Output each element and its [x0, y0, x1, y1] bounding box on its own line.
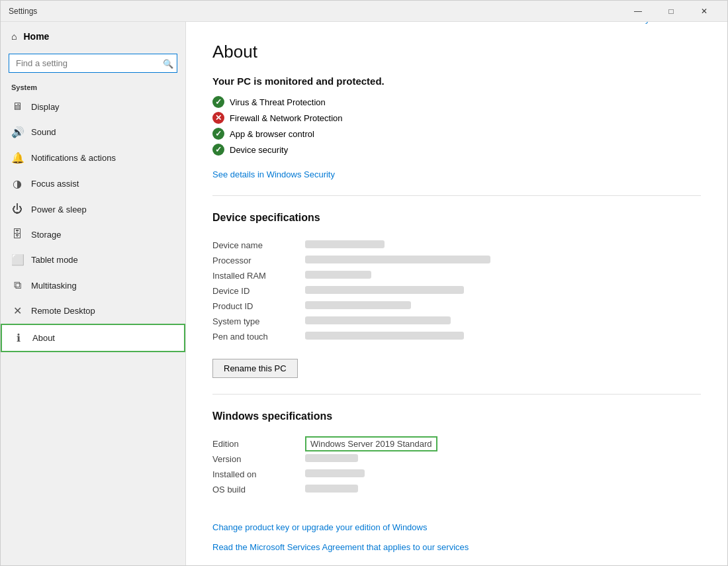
titlebar: Settings — □ ✕ [1, 1, 727, 22]
table-row: OS build [212, 482, 701, 497]
sidebar-item-focus-label: Focus assist [31, 179, 79, 189]
spec-value [305, 314, 701, 329]
sidebar-item-about[interactable]: ℹ About [1, 324, 185, 352]
about-icon: ℹ [13, 332, 24, 344]
table-row: Installed on [212, 467, 701, 482]
edition-value: Windows Server 2019 Standard [305, 436, 437, 451]
spec-value [305, 283, 701, 299]
device-status-icon: ✓ [212, 144, 224, 156]
sidebar-item-power-label: Power & sleep [31, 205, 87, 214]
search-input[interactable] [9, 54, 177, 73]
sidebar: ⌂ Home 🔍 System 🖥 Display 🔊 Sound 🔔 Noti… [1, 22, 186, 565]
remote-icon: ✕ [11, 305, 23, 317]
sidebar-item-sound-label: Sound [31, 127, 56, 137]
app-label: App & browser control [230, 129, 314, 139]
device-spec-table: Device name Processor Installed RAM Devi… [212, 238, 701, 344]
sidebar-item-notifications-label: Notifications & actions [31, 153, 116, 163]
spec-value [305, 451, 701, 467]
spec-value [305, 482, 701, 497]
display-icon: 🖥 [11, 101, 23, 113]
sidebar-item-notifications[interactable]: 🔔 Notifications & actions [1, 145, 185, 171]
protection-item-device: ✓ Device security [212, 144, 701, 156]
spec-label: Version [212, 451, 305, 467]
spec-label: Device name [212, 238, 305, 253]
spec-label: Installed RAM [212, 268, 305, 283]
home-icon: ⌂ [11, 31, 17, 42]
table-row: Installed RAM [212, 268, 701, 283]
protection-item-app: ✓ App & browser control [212, 128, 701, 140]
search-icon-button[interactable]: 🔍 [163, 58, 173, 68]
table-row: Pen and touch [212, 329, 701, 344]
sidebar-item-remote[interactable]: ✕ Remote Desktop [1, 298, 185, 324]
system-info-link[interactable]: System info [639, 22, 684, 24]
spec-label: Pen and touch [212, 329, 305, 344]
firewall-status-icon: ✕ [212, 112, 224, 124]
spec-label: OS build [212, 482, 305, 497]
protection-item-virus: ✓ Virus & Threat Protection [212, 96, 701, 108]
change-key-link[interactable]: Change product key or upgrade your editi… [212, 522, 427, 532]
spec-label: Device ID [212, 283, 305, 299]
spec-value [305, 253, 701, 268]
minimize-button[interactable]: — [623, 1, 653, 22]
ms-agreement-link[interactable]: Read the Microsoft Services Agreement th… [212, 542, 469, 552]
spec-value [305, 268, 701, 283]
power-icon: ⏻ [11, 203, 23, 215]
table-row: Device ID [212, 283, 701, 299]
sidebar-item-remote-label: Remote Desktop [31, 306, 95, 316]
spec-label: System type [212, 314, 305, 329]
table-row: Processor [212, 253, 701, 268]
focus-icon: ◑ [11, 177, 23, 190]
storage-icon: 🗄 [11, 228, 23, 240]
main-content: Related settings System info About Your … [186, 22, 727, 565]
spec-value [305, 467, 701, 482]
spec-value [305, 238, 701, 253]
firewall-label: Firewall & Network Protection [230, 113, 343, 123]
protection-item-firewall: ✕ Firewall & Network Protection [212, 112, 701, 124]
table-row: Edition Windows Server 2019 Standard [212, 436, 701, 451]
page-title: About [212, 42, 701, 62]
sidebar-item-sound[interactable]: 🔊 Sound [1, 119, 185, 145]
device-specs-title: Device specifications [212, 212, 701, 224]
spec-label: Processor [212, 253, 305, 268]
titlebar-title: Settings [9, 7, 623, 16]
monitored-text: Your PC is monitored and protected. [212, 75, 701, 87]
sidebar-item-tablet[interactable]: ⬜ Tablet mode [1, 247, 185, 273]
maximize-button[interactable]: □ [656, 1, 686, 22]
see-details-link[interactable]: See details in Windows Security [212, 169, 335, 179]
content-area: ⌂ Home 🔍 System 🖥 Display 🔊 Sound 🔔 Noti… [1, 22, 727, 565]
sidebar-item-storage[interactable]: 🗄 Storage [1, 222, 185, 247]
close-button[interactable]: ✕ [689, 1, 719, 22]
spec-label: Installed on [212, 467, 305, 482]
table-row: System type [212, 314, 701, 329]
app-status-icon: ✓ [212, 128, 224, 140]
device-label: Device security [230, 145, 288, 155]
sidebar-item-power[interactable]: ⏻ Power & sleep [1, 197, 185, 222]
table-row: Device name [212, 238, 701, 253]
sidebar-item-focus[interactable]: ◑ Focus assist [1, 171, 185, 197]
tablet-icon: ⬜ [11, 254, 23, 266]
sidebar-item-tablet-label: Tablet mode [31, 255, 78, 265]
table-row: Product ID [212, 299, 701, 314]
related-settings: Related settings System info [639, 22, 701, 24]
sidebar-item-multitasking-label: Multitasking [31, 281, 77, 291]
virus-label: Virus & Threat Protection [230, 97, 326, 107]
spec-label: Product ID [212, 299, 305, 314]
sidebar-item-multitasking[interactable]: ⧉ Multitasking [1, 273, 185, 298]
settings-window: Settings — □ ✕ ⌂ Home 🔍 System 🖥 Display [0, 0, 728, 566]
sidebar-item-display[interactable]: 🖥 Display [1, 94, 185, 119]
windows-spec-table: Edition Windows Server 2019 Standard Ver… [212, 436, 701, 497]
windows-specs-title: Windows specifications [212, 410, 701, 422]
search-box: 🔍 [9, 54, 177, 73]
sound-icon: 🔊 [11, 126, 23, 138]
table-row: Version [212, 451, 701, 467]
spec-value [305, 299, 701, 314]
sidebar-item-display-label: Display [31, 102, 60, 112]
spec-label: Edition [212, 436, 305, 451]
sidebar-item-home[interactable]: ⌂ Home [1, 22, 185, 51]
home-label: Home [23, 31, 49, 42]
sidebar-section-label: System [1, 78, 185, 94]
notifications-icon: 🔔 [11, 152, 23, 164]
spec-value [305, 329, 701, 344]
rename-pc-button[interactable]: Rename this PC [212, 359, 298, 378]
sidebar-item-about-label: About [32, 333, 55, 343]
